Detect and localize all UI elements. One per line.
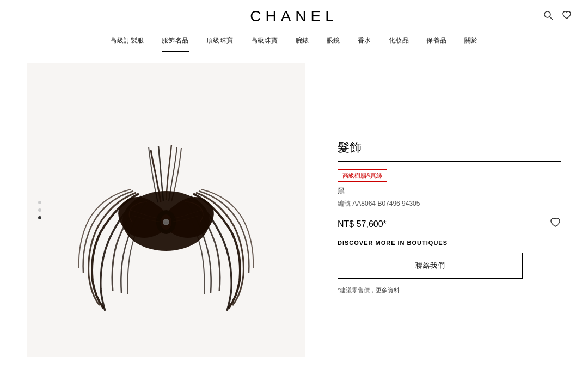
material-tag[interactable]: 高級樹脂&真絲 [338,169,387,182]
nav-item-skincare[interactable]: 保養品 [426,36,447,52]
nav-item-fashion[interactable]: 服飾名品 [162,36,189,52]
discover-more-label: DISCOVER MORE IN BOUTIQUES [338,239,561,246]
product-image: CC [52,96,280,324]
product-code: 編號 AA8064 B07496 94305 [338,199,561,208]
nav-item-fine-jewelry[interactable]: 頂級珠寶 [206,36,234,52]
wishlist-icon[interactable] [550,217,561,231]
footnote: *建議零售價，更多資料 [338,286,561,294]
nav-item-high-jewelry[interactable]: 高級珠寶 [251,36,278,52]
code-label: 編號 [338,200,351,207]
brand-title: CHANEL [250,8,338,25]
image-dot-3[interactable] [38,216,41,219]
header-top: CHANEL [16,0,572,30]
image-dots [38,201,41,219]
image-dot-1[interactable] [38,201,41,204]
product-price-row: NT$ 57,600* [338,217,561,231]
product-image-area: CC [27,63,305,357]
product-info: 髮飾 高級樹脂&真絲 黑 編號 AA8064 B07496 94305 NT$ … [338,63,561,357]
svg-text:CC: CC [164,222,168,224]
footnote-link[interactable]: 更多資料 [376,287,400,293]
wishlist-header-icon[interactable] [562,10,572,23]
product-price-value: NT$ 57,600* [338,219,387,229]
product-title: 髮飾 [338,139,561,156]
title-divider [338,161,561,162]
header: CHANEL 高級訂製服 服飾名品 頂級珠寶 高級珠寶 腕錶 眼鏡 香水 化妝品… [0,0,588,52]
nav-item-watches[interactable]: 腕錶 [296,36,309,52]
nav-item-makeup[interactable]: 化妝品 [389,36,409,52]
nav-item-haute-couture[interactable]: 高級訂製服 [110,36,144,52]
header-icons [543,10,572,23]
footnote-text: *建議零售價， [338,287,376,293]
image-dot-2[interactable] [38,208,41,212]
search-icon[interactable] [543,10,553,23]
product-color: 黑 [338,186,561,196]
nav-item-about[interactable]: 關於 [464,36,478,52]
code-value: AA8064 B07496 94305 [352,200,420,207]
svg-point-0 [544,11,550,17]
main-nav: 高級訂製服 服飾名品 頂級珠寶 高級珠寶 腕錶 眼鏡 香水 化妝品 保養品 關於 [16,30,572,52]
main-content: CC 髮飾 高級樹脂&真絲 黑 編號 AA8064 B07496 94305 N… [0,52,588,368]
svg-line-1 [550,17,553,20]
nav-item-fragrance[interactable]: 香水 [358,36,371,52]
nav-item-eyewear[interactable]: 眼鏡 [327,36,340,52]
contact-button[interactable]: 聯絡我們 [338,253,523,279]
